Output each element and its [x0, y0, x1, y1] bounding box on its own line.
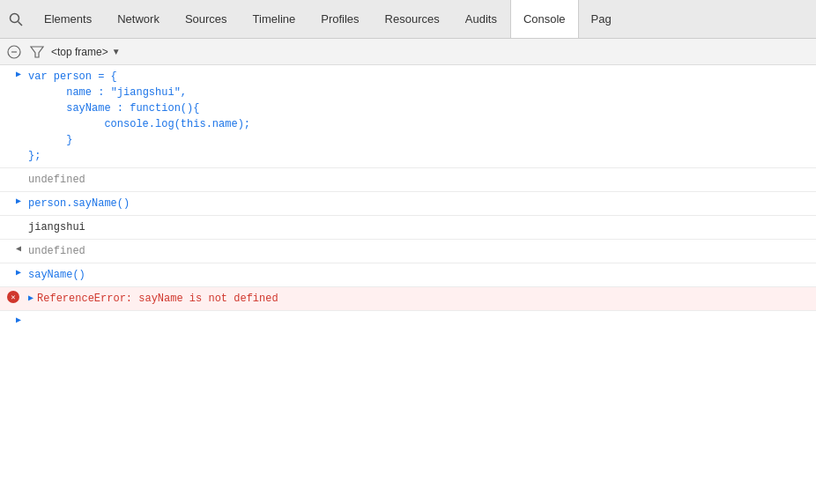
- code-close-obj: };: [28, 150, 41, 162]
- console-toolbar: <top frame> ▼: [0, 39, 816, 65]
- return-arrow: ◀: [16, 243, 21, 254]
- code-var: var person = {: [28, 70, 117, 83]
- svg-point-0: [11, 13, 19, 22]
- row-gutter-2: ▶: [0, 194, 25, 206]
- nav-tabs: Elements Network Sources Timeline Profil…: [32, 0, 812, 38]
- row-gutter-1: [0, 170, 25, 172]
- code-name: name : "jiangshui",: [28, 86, 187, 99]
- row-content-var-person: var person = { name : "jiangshui", sayNa…: [25, 67, 816, 166]
- console-row-sayname-call: ▶ sayName(): [0, 263, 816, 287]
- row-gutter-input: ▶: [0, 313, 25, 325]
- console-row-say-name: ▶ person.sayName(): [0, 192, 816, 216]
- tab-audits[interactable]: Audits: [453, 0, 510, 38]
- error-icon: ✕: [7, 291, 19, 303]
- row-gutter: ▶: [0, 67, 25, 79]
- expand-arrow[interactable]: ▶: [16, 69, 21, 79]
- console-row-undefined-1: undefined: [0, 168, 816, 192]
- code-jiangshui: jiangshui: [28, 221, 85, 233]
- expand-arrow-3[interactable]: ▶: [16, 267, 21, 278]
- frame-selector[interactable]: <top frame> ▼: [51, 46, 121, 58]
- row-content-error: ▶ ReferenceError: sayName is not defined: [25, 289, 816, 308]
- code-sayname: sayName : function(){: [28, 102, 199, 115]
- chevron-down-icon: ▼: [112, 47, 121, 56]
- code-consolelog: console.log(this.name);: [28, 118, 250, 130]
- code-undefined-2: undefined: [28, 245, 85, 257]
- console-output: ▶ var person = { name : "jiangshui", say…: [0, 65, 816, 504]
- row-gutter-3: [0, 218, 25, 219]
- code-close-fn: }: [28, 134, 72, 146]
- row-content-sayname-call: sayName(): [25, 265, 816, 285]
- tab-network[interactable]: Network: [105, 0, 173, 38]
- input-prompt-arrow: ▶: [16, 315, 21, 325]
- tab-console[interactable]: Console: [510, 0, 579, 38]
- tab-sources[interactable]: Sources: [173, 0, 241, 38]
- svg-marker-4: [31, 47, 43, 57]
- row-content-undefined-2: undefined: [25, 241, 816, 261]
- row-content-undefined-1: undefined: [25, 170, 816, 189]
- code-error-text: ReferenceError: sayName is not defined: [37, 291, 278, 307]
- tab-pag[interactable]: Pag: [579, 0, 625, 38]
- row-gutter-5: ▶: [0, 265, 25, 278]
- console-row-jiangshui: jiangshui: [0, 216, 816, 240]
- error-expand-arrow[interactable]: ▶: [28, 291, 33, 307]
- code-sayname-call: sayName(): [28, 269, 85, 281]
- row-content-jiangshui: jiangshui: [25, 218, 816, 237]
- tab-timeline[interactable]: Timeline: [241, 0, 309, 38]
- console-row-undefined-2: ◀ undefined: [0, 240, 816, 263]
- code-undefined-1: undefined: [28, 174, 85, 186]
- row-gutter-4: ◀: [0, 241, 25, 254]
- console-row-error: ✕ ▶ ReferenceError: sayName is not defin…: [0, 287, 816, 311]
- row-content-input[interactable]: [25, 313, 816, 316]
- tab-resources[interactable]: Resources: [373, 0, 453, 38]
- svg-line-1: [19, 21, 23, 26]
- console-row-input: ▶: [0, 311, 816, 329]
- console-row-var-person: ▶ var person = { name : "jiangshui", say…: [0, 65, 816, 168]
- expand-arrow-2[interactable]: ▶: [16, 196, 21, 206]
- code-saynameref: person.sayName(): [28, 197, 130, 210]
- row-gutter-error: ✕: [0, 289, 25, 303]
- frame-selector-label: <top frame>: [51, 46, 108, 58]
- devtools-nav-bar: Elements Network Sources Timeline Profil…: [0, 0, 816, 39]
- error-content: ▶ ReferenceError: sayName is not defined: [28, 291, 812, 307]
- clear-console-icon[interactable]: [5, 43, 23, 61]
- tab-profiles[interactable]: Profiles: [308, 0, 372, 38]
- search-icon[interactable]: [4, 7, 28, 32]
- row-content-say-name: person.sayName(): [25, 194, 816, 213]
- tab-elements[interactable]: Elements: [32, 0, 105, 38]
- filter-icon[interactable]: [28, 43, 46, 61]
